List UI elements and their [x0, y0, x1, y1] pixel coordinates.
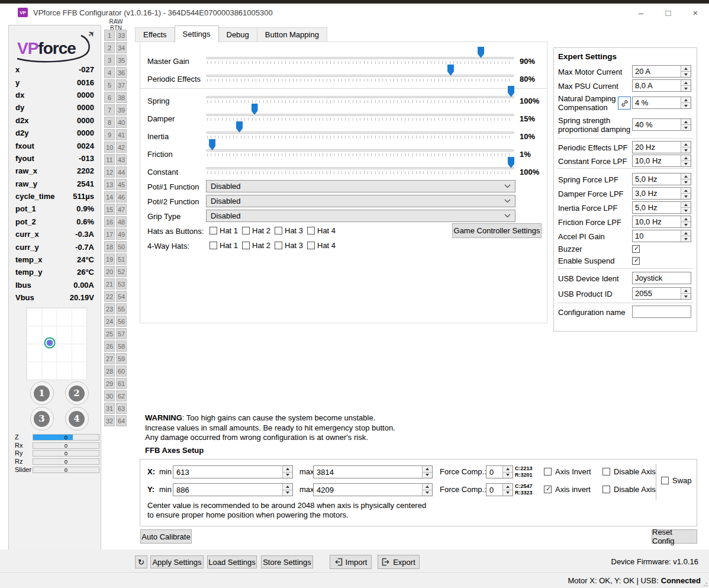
spinner-arrows[interactable] [422, 466, 432, 478]
export-button[interactable]: Export [378, 555, 420, 569]
friction-lpf-input[interactable]: 10,0 Hz [632, 216, 691, 228]
inertia-lpf-input[interactable]: 5,0 Hz [632, 201, 691, 214]
apply-settings-button[interactable]: Apply Settings [150, 555, 204, 568]
hat-checkbox[interactable] [275, 242, 282, 249]
raw-button[interactable]: 51 [116, 253, 127, 265]
natural-damping-input[interactable]: 4 % [632, 97, 691, 109]
raw-button[interactable]: 21 [104, 278, 115, 290]
raw-button[interactable]: 27 [104, 353, 115, 364]
spinner-arrows[interactable] [681, 142, 691, 153]
constant-lpf-input[interactable]: 10,0 Hz [632, 155, 691, 167]
hat-checkbox[interactable] [210, 242, 217, 249]
raw-button[interactable]: 49 [116, 229, 127, 240]
tab[interactable]: Debug [218, 27, 257, 42]
raw-button[interactable]: 28 [104, 365, 115, 377]
link-icon[interactable] [618, 97, 631, 110]
raw-button[interactable]: 32 [104, 415, 115, 426]
spinner-arrows[interactable] [422, 484, 432, 496]
raw-button[interactable]: 31 [104, 403, 115, 414]
damper-lpf-input[interactable]: 3,0 Hz [632, 187, 691, 200]
raw-button[interactable]: 63 [116, 403, 127, 414]
raw-button[interactable]: 15 [104, 204, 115, 215]
game-controller-settings-button[interactable]: Game Controller Settings [452, 223, 542, 238]
raw-button[interactable]: 23 [104, 303, 115, 314]
spinner-arrows[interactable] [681, 202, 691, 213]
y-axis-invert-checkbox[interactable] [544, 486, 552, 493]
raw-button[interactable]: 48 [116, 216, 127, 227]
swap-checkbox[interactable] [661, 477, 669, 484]
spinner-arrows[interactable] [681, 155, 691, 166]
raw-button[interactable]: 36 [116, 67, 127, 78]
raw-button[interactable]: 60 [116, 365, 127, 377]
raw-button[interactable]: 57 [116, 328, 127, 339]
raw-button[interactable]: 26 [104, 340, 115, 352]
raw-button[interactable]: 30 [104, 390, 115, 401]
slider-handle[interactable] [447, 65, 454, 76]
raw-button[interactable]: 6 [104, 92, 115, 103]
x-max-input[interactable]: 3814 [313, 465, 433, 478]
raw-button[interactable]: 9 [104, 129, 115, 140]
raw-button[interactable]: 42 [116, 142, 127, 153]
enable-suspend-checkbox[interactable] [632, 257, 640, 265]
close-icon[interactable]: × [682, 4, 709, 21]
tab[interactable]: Button Mapping [257, 27, 327, 42]
slider-track[interactable] [206, 44, 514, 62]
raw-button[interactable]: 52 [116, 266, 127, 277]
max-motor-current-input[interactable]: 20 A [632, 65, 691, 78]
spinner-arrows[interactable] [502, 484, 513, 496]
auto-calibrate-button[interactable]: Auto Calibrate [140, 529, 192, 544]
hat-checkbox[interactable] [242, 227, 250, 234]
spring-lpf-input[interactable]: 5,0 Hz [632, 173, 691, 185]
x-min-input[interactable]: 613 [173, 465, 293, 478]
minimize-icon[interactable]: – [627, 4, 655, 21]
raw-button[interactable]: 61 [116, 378, 127, 389]
raw-button[interactable]: 13 [104, 179, 115, 190]
raw-button[interactable]: 41 [116, 129, 127, 140]
raw-button[interactable]: 46 [116, 191, 127, 203]
spinner-arrows[interactable] [681, 119, 691, 130]
dropdown-select[interactable]: Disabled [206, 180, 515, 192]
tab[interactable]: Effects [135, 27, 175, 42]
raw-button[interactable]: 12 [104, 166, 115, 178]
y-force-comp-input[interactable]: 0 [486, 483, 513, 496]
spinner-arrows[interactable] [681, 216, 691, 227]
slider-handle[interactable] [252, 104, 258, 115]
raw-button[interactable]: 40 [116, 117, 127, 128]
raw-button[interactable]: 17 [104, 229, 115, 240]
raw-button[interactable]: 33 [116, 30, 127, 41]
dropdown-select[interactable]: Disabled [206, 195, 515, 207]
raw-button[interactable]: 1 [104, 30, 115, 41]
spinner-arrows[interactable] [681, 80, 691, 91]
slider-handle[interactable] [209, 139, 215, 150]
raw-button[interactable]: 20 [104, 266, 115, 277]
raw-button[interactable]: 34 [116, 42, 127, 53]
raw-button[interactable]: 3 [104, 54, 115, 66]
raw-button[interactable]: 35 [116, 54, 127, 66]
spinner-arrows[interactable] [681, 97, 691, 108]
slider-track[interactable] [206, 161, 514, 179]
raw-button[interactable]: 25 [104, 328, 115, 339]
maximize-icon[interactable]: □ [655, 4, 682, 21]
spinner-arrows[interactable] [282, 484, 292, 496]
spinner-arrows[interactable] [681, 188, 691, 199]
raw-button[interactable]: 55 [116, 303, 127, 314]
refresh-button[interactable]: ↻ [135, 555, 147, 568]
raw-button[interactable]: 56 [116, 316, 127, 327]
raw-button[interactable]: 53 [116, 278, 127, 290]
raw-button[interactable]: 44 [116, 166, 127, 178]
y-disable-axis-checkbox[interactable] [602, 486, 610, 493]
raw-button[interactable]: 59 [116, 353, 127, 364]
raw-button[interactable]: 4 [104, 67, 115, 78]
raw-button[interactable]: 37 [116, 79, 127, 91]
spinner-arrows[interactable] [681, 230, 691, 242]
spinner-arrows[interactable] [282, 466, 292, 478]
x-axis-invert-checkbox[interactable] [544, 468, 552, 475]
spring-prop-damping-input[interactable]: 40 % [632, 118, 691, 131]
periodic-lpf-input[interactable]: 20 Hz [632, 141, 691, 153]
raw-button[interactable]: 62 [116, 390, 127, 401]
raw-button[interactable]: 7 [104, 104, 115, 115]
tab[interactable]: Settings [175, 25, 219, 42]
spinner-arrows[interactable] [681, 66, 691, 77]
raw-button[interactable]: 47 [116, 204, 127, 215]
hat-checkbox[interactable] [307, 242, 315, 249]
